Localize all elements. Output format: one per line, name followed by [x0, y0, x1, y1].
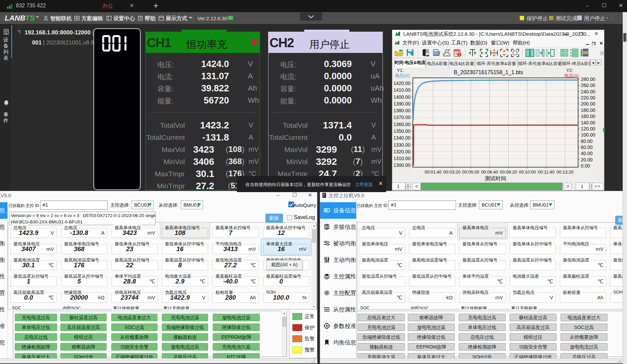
svg-text:Y1:: Y1:: [397, 68, 404, 73]
svg-text:测试时间: 测试时间: [485, 176, 506, 181]
svg-text:160.00: 160.00: [581, 114, 595, 119]
svg-text:0.00: 0.00: [581, 163, 590, 169]
svg-text:00:05:00: 00:05:00: [462, 170, 479, 175]
svg-text:1320.00: 1320.00: [393, 149, 410, 154]
svg-text:电压(V): 电压(V): [395, 73, 409, 78]
svg-text:00:11:40: 00:11:40: [538, 170, 555, 175]
svg-text:电流(A): 电流(A): [564, 73, 579, 78]
svg-text:1400.00: 1400.00: [393, 94, 410, 100]
svg-text:40.00: 40.00: [581, 151, 593, 156]
svg-text:00:10:00: 00:10:00: [519, 170, 536, 175]
svg-text:1380.00: 1380.00: [393, 108, 410, 113]
svg-text:00:06:40: 00:06:40: [481, 170, 498, 175]
svg-text:180.00: 180.00: [581, 108, 595, 113]
svg-text:1390.00: 1390.00: [393, 101, 410, 107]
svg-text:100.00: 100.00: [581, 132, 595, 138]
svg-text:280.00: 280.00: [581, 77, 595, 82]
svg-text:1350.00: 1350.00: [393, 128, 410, 134]
svg-text:Y2:: Y2:: [566, 68, 573, 73]
svg-text:220.00: 220.00: [581, 95, 595, 100]
svg-text:1410.00: 1410.00: [393, 87, 410, 93]
svg-text:00:08:20: 00:08:20: [500, 170, 517, 175]
svg-text:120.00: 120.00: [581, 126, 595, 131]
svg-text:60.00: 60.00: [581, 145, 593, 150]
svg-text:240.00: 240.00: [581, 89, 595, 94]
svg-text:20.00: 20.00: [581, 157, 593, 162]
svg-text:B_20230716175158_1_1.bts: B_20230716175158_1_1.bts: [454, 69, 523, 75]
svg-text:1300.00: 1300.00: [393, 162, 410, 168]
svg-text:1420.00: 1420.00: [393, 81, 410, 86]
svg-text:1330.00: 1330.00: [393, 142, 410, 148]
svg-text:1370.00: 1370.00: [393, 115, 410, 120]
svg-text:00:13:20: 00:13:20: [557, 170, 574, 175]
svg-text:80.00: 80.00: [581, 139, 593, 144]
svg-text:1360.00: 1360.00: [393, 122, 410, 127]
svg-text:1340.00: 1340.00: [393, 135, 410, 141]
svg-text:1310.00: 1310.00: [393, 156, 410, 161]
svg-text:260.00: 260.00: [581, 83, 595, 88]
svg-text:140.00: 140.00: [581, 120, 595, 125]
svg-text:00:01:40: 00:01:40: [425, 170, 442, 175]
svg-text:200.00: 200.00: [581, 101, 595, 107]
svg-text:00:03:20: 00:03:20: [444, 170, 461, 175]
